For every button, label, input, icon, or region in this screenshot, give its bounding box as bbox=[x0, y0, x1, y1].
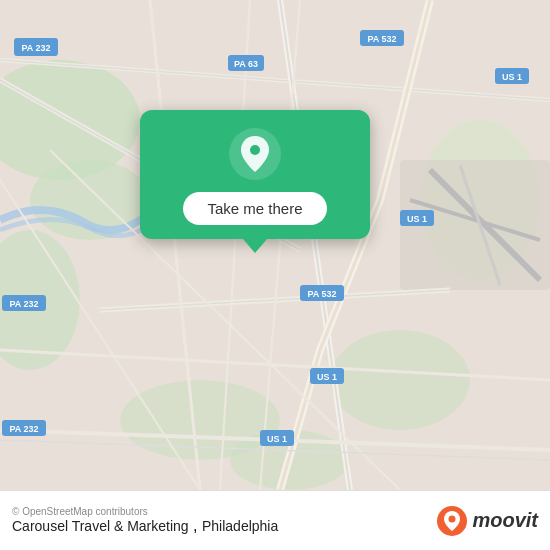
popup-card: Take me there bbox=[140, 110, 370, 239]
svg-point-5 bbox=[330, 330, 470, 430]
place-info: Carousel Travel & Marketing , Philadelph… bbox=[12, 517, 436, 535]
svg-point-49 bbox=[250, 145, 260, 155]
moovit-text: moovit bbox=[472, 509, 538, 532]
map-container: PA 232 PA 63 PA 532 US 1 US 1 PA 232 PA … bbox=[0, 0, 550, 490]
location-pin-icon bbox=[229, 128, 281, 180]
moovit-icon bbox=[436, 505, 468, 537]
svg-text:US 1: US 1 bbox=[267, 434, 287, 444]
place-name: Carousel Travel & Marketing bbox=[12, 518, 189, 534]
map-svg: PA 232 PA 63 PA 532 US 1 US 1 PA 232 PA … bbox=[0, 0, 550, 490]
svg-text:PA 232: PA 232 bbox=[9, 424, 38, 434]
bottom-bar: © OpenStreetMap contributors Carousel Tr… bbox=[0, 490, 550, 550]
svg-text:US 1: US 1 bbox=[407, 214, 427, 224]
svg-text:PA 232: PA 232 bbox=[9, 299, 38, 309]
svg-text:PA 532: PA 532 bbox=[307, 289, 336, 299]
svg-text:US 1: US 1 bbox=[317, 372, 337, 382]
take-me-there-button[interactable]: Take me there bbox=[183, 192, 326, 225]
place-location: Philadelphia bbox=[202, 518, 278, 534]
place-separator: , bbox=[193, 517, 202, 534]
osm-credit: © OpenStreetMap contributors bbox=[12, 506, 436, 517]
svg-text:PA 532: PA 532 bbox=[367, 34, 396, 44]
svg-text:PA 232: PA 232 bbox=[21, 43, 50, 53]
svg-point-51 bbox=[449, 515, 456, 522]
svg-text:US 1: US 1 bbox=[502, 72, 522, 82]
bottom-info: © OpenStreetMap contributors Carousel Tr… bbox=[12, 506, 436, 535]
moovit-logo: moovit bbox=[436, 505, 538, 537]
svg-text:PA 63: PA 63 bbox=[234, 59, 258, 69]
